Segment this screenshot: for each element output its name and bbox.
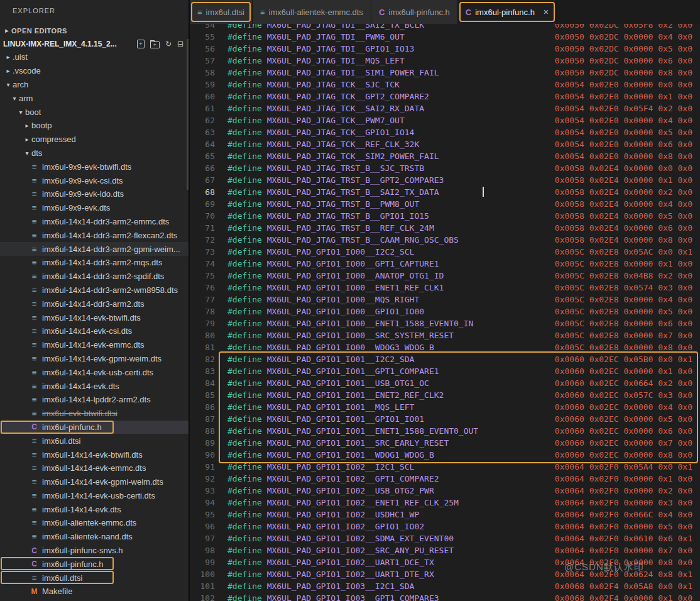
- code-line-101[interactable]: 101#define MX6UL_PAD_GPIO1_IO03__I2C1_SD…: [190, 580, 700, 592]
- tree-item-imx6ul.dtsi[interactable]: ≡imx6ul.dtsi: [0, 434, 189, 448]
- close-icon[interactable]: ×: [544, 7, 549, 17]
- tree-item-imx6ul-14x14-ddr3-arm2.dts[interactable]: ≡imx6ul-14x14-ddr3-arm2.dts: [0, 297, 189, 311]
- code-line-63[interactable]: 63#define MX6UL_PAD_JTAG_TCK__GPIO1_IO14…: [190, 126, 700, 138]
- project-header[interactable]: LINUX-IMX-REL_IMX_4.1.15_2... + + ↻ ⊟: [0, 37, 189, 51]
- code-line-89[interactable]: 89#define MX6UL_PAD_GPIO1_IO01__SRC_EARL…: [190, 437, 700, 449]
- code-line-91[interactable]: 91#define MX6UL_PAD_GPIO1_IO02__I2C1_SCL…: [190, 461, 700, 473]
- code-line-61[interactable]: 61#define MX6UL_PAD_JTAG_TCK__SAI2_RX_DA…: [190, 102, 700, 114]
- tree-item-imx6ul-14x14-ddr3-arm2-spdif.dts[interactable]: ≡imx6ul-14x14-ddr3-arm2-spdif.dts: [0, 270, 189, 284]
- code-line-102[interactable]: 102#define MX6UL_PAD_GPIO1_IO03__GPT1_CO…: [190, 592, 700, 601]
- tab-imx6ul-pinfunc.h[interactable]: Cimx6ul-pinfunc.h×: [458, 0, 557, 24]
- code-line-72[interactable]: 72#define MX6UL_PAD_JTAG_TRST_B__CAAM_RN…: [190, 234, 700, 246]
- code-line-79[interactable]: 79#define MX6UL_PAD_GPIO1_IO00__ENET1_15…: [190, 317, 700, 329]
- tree-item-imx6ull-alientek-nand.dts[interactable]: ≡imx6ull-alientek-nand.dts: [0, 530, 189, 544]
- code-line-99[interactable]: 99#define MX6UL_PAD_GPIO1_IO02__UART1_DC…: [190, 556, 700, 568]
- tree-item-boot[interactable]: ▾boot: [0, 105, 189, 119]
- code-line-66[interactable]: 66#define MX6UL_PAD_JTAG_TRST_B__SJC_TRS…: [190, 162, 700, 174]
- code-line-80[interactable]: 80#define MX6UL_PAD_GPIO1_IO00__SRC_SYST…: [190, 329, 700, 341]
- tree-item-imx6ull-14x14-evk-gpmi-weim.dts[interactable]: ≡imx6ull-14x14-evk-gpmi-weim.dts: [0, 475, 189, 489]
- tree-item-imx6ul-14x14-evk-emmc.dts[interactable]: ≡imx6ul-14x14-evk-emmc.dts: [0, 338, 189, 352]
- code-line-100[interactable]: 100#define MX6UL_PAD_GPIO1_IO02__UART1_D…: [190, 568, 700, 580]
- tab-imx6ull-pinfunc.h[interactable]: Cimx6ull-pinfunc.h: [371, 0, 458, 24]
- tree-item-imx6ull-14x14-evk-emmc.dts[interactable]: ≡imx6ull-14x14-evk-emmc.dts: [0, 461, 189, 475]
- tree-item-imx6ul-14x14-lpddr2-arm2.dts[interactable]: ≡imx6ul-14x14-lpddr2-arm2.dts: [0, 393, 189, 407]
- code-line-75[interactable]: 75#define MX6UL_PAD_GPIO1_IO00__ANATOP_O…: [190, 270, 700, 282]
- code-line-70[interactable]: 70#define MX6UL_PAD_JTAG_TRST_B__GPIO1_I…: [190, 210, 700, 222]
- code-line-81[interactable]: 81#define MX6UL_PAD_GPIO1_IO00__WDOG3_WD…: [190, 341, 700, 353]
- tree-item-imx6ull.dtsi[interactable]: ≡imx6ull.dtsi: [0, 571, 189, 585]
- tree-item-imx6ul-14x14-evk.dts[interactable]: ≡imx6ul-14x14-evk.dts: [0, 379, 189, 393]
- tree-item-bootp[interactable]: ▸bootp: [0, 119, 189, 133]
- tree-item-imx6ul-9x9-evk-btwifi.dts[interactable]: ≡imx6ul-9x9-evk-btwifi.dts: [0, 160, 189, 174]
- new-folder-icon[interactable]: +: [150, 41, 160, 48]
- code-line-78[interactable]: 78#define MX6UL_PAD_GPIO1_IO00__GPIO1_IO…: [190, 306, 700, 317]
- code-line-59[interactable]: 59#define MX6UL_PAD_JTAG_TCK__SJC_TCK0x0…: [190, 79, 700, 91]
- code-line-76[interactable]: 76#define MX6UL_PAD_GPIO1_IO00__ENET1_RE…: [190, 282, 700, 294]
- tree-item-imx6ul-14x14-ddr3-arm2-emmc.dts[interactable]: ≡imx6ul-14x14-ddr3-arm2-emmc.dts: [0, 215, 189, 229]
- tree-item-imx6ull-pinfunc.h[interactable]: Cimx6ull-pinfunc.h: [0, 557, 189, 571]
- code-line-94[interactable]: 94#define MX6UL_PAD_GPIO1_IO02__ENET1_RE…: [190, 497, 700, 509]
- tree-item-imx6ull-14x14-evk-usb-certi.dts[interactable]: ≡imx6ull-14x14-evk-usb-certi.dts: [0, 489, 189, 503]
- code-line-96[interactable]: 96#define MX6UL_PAD_GPIO1_IO02__GPIO1_IO…: [190, 521, 700, 532]
- code-line-77[interactable]: 77#define MX6UL_PAD_GPIO1_IO00__MQS_RIGH…: [190, 294, 700, 306]
- code-line-74[interactable]: 74#define MX6UL_PAD_GPIO1_IO00__GPT1_CAP…: [190, 258, 700, 270]
- code-line-97[interactable]: 97#define MX6UL_PAD_GPIO1_IO02__SDMA_EXT…: [190, 532, 700, 544]
- tree-item-compressed[interactable]: ▸compressed: [0, 133, 189, 146]
- tree-item-.uist[interactable]: ▸.uist: [0, 50, 189, 64]
- tree-item-Makefile[interactable]: MMakefile: [0, 585, 189, 598]
- tree-item-imx6ul-14x14-evk-gpmi-weim.dts[interactable]: ≡imx6ul-14x14-evk-gpmi-weim.dts: [0, 352, 189, 366]
- collapse-all-icon[interactable]: ⊟: [177, 40, 183, 48]
- code-line-84[interactable]: 84#define MX6UL_PAD_GPIO1_IO01__USB_OTG1…: [190, 377, 700, 389]
- tab-imx6ul.dtsi[interactable]: ≡imx6ul.dtsi: [190, 0, 253, 24]
- tree-item-imx6ul-evk-btwifi.dtsi[interactable]: ≡imx6ul-evk-btwifi.dtsi: [0, 407, 189, 421]
- open-editors-section[interactable]: ▸ OPEN EDITORS: [0, 24, 189, 37]
- code-line-93[interactable]: 93#define MX6UL_PAD_GPIO1_IO02__USB_OTG2…: [190, 485, 700, 497]
- tree-item-imx6ull-pinfunc-snvs.h[interactable]: Cimx6ull-pinfunc-snvs.h: [0, 544, 189, 558]
- code-line-90[interactable]: 90#define MX6UL_PAD_GPIO1_IO01__WDOG1_WD…: [190, 449, 700, 461]
- code-line-62[interactable]: 62#define MX6UL_PAD_JTAG_TCK__PWM7_OUT0x…: [190, 114, 700, 126]
- code-line-73[interactable]: 73#define MX6UL_PAD_GPIO1_IO00__I2C2_SCL…: [190, 246, 700, 258]
- tree-item-imx6ul-14x14-ddr3-arm2-flexcan2.dts[interactable]: ≡imx6ul-14x14-ddr3-arm2-flexcan2.dts: [0, 228, 189, 242]
- tree-item-imx6ul-pinfunc.h[interactable]: Cimx6ul-pinfunc.h: [0, 421, 189, 434]
- code-line-95[interactable]: 95#define MX6UL_PAD_GPIO1_IO02__USDHC1_W…: [190, 509, 700, 521]
- tree-item-imx6ul-14x14-ddr3-arm2-mqs.dts[interactable]: ≡imx6ul-14x14-ddr3-arm2-mqs.dts: [0, 256, 189, 270]
- tree-item-imx6ul-9x9-evk-csi.dts[interactable]: ≡imx6ul-9x9-evk-csi.dts: [0, 174, 189, 187]
- code-line-88[interactable]: 88#define MX6UL_PAD_GPIO1_IO01__ENET1_15…: [190, 425, 700, 437]
- tree-item-imx6ul-14x14-evk-btwifi.dts[interactable]: ≡imx6ul-14x14-evk-btwifi.dts: [0, 311, 189, 324]
- tree-item-dts[interactable]: ▾dts: [0, 146, 189, 160]
- tree-item-imx6ull-14x14-evk.dts[interactable]: ≡imx6ull-14x14-evk.dts: [0, 502, 189, 516]
- code-line-83[interactable]: 83#define MX6UL_PAD_GPIO1_IO01__GPT1_COM…: [190, 365, 700, 377]
- tree-item-imx6ul-9x9-evk.dts[interactable]: ≡imx6ul-9x9-evk.dts: [0, 201, 189, 215]
- code-line-92[interactable]: 92#define MX6UL_PAD_GPIO1_IO02__GPT1_COM…: [190, 473, 700, 485]
- code-line-69[interactable]: 69#define MX6UL_PAD_JTAG_TRST_B__PWM8_OU…: [190, 198, 700, 210]
- code-line-56[interactable]: 56#define MX6UL_PAD_JTAG_TDI__GPIO1_IO13…: [190, 43, 700, 55]
- tree-item-arm[interactable]: ▾arm: [0, 91, 189, 105]
- code-line-64[interactable]: 64#define MX6UL_PAD_JTAG_TCK__REF_CLK_32…: [190, 138, 700, 150]
- code-line-57[interactable]: 57#define MX6UL_PAD_JTAG_TDI__MQS_LEFT0x…: [190, 55, 700, 67]
- tree-item-arch[interactable]: ▾arch: [0, 78, 189, 92]
- code-line-71[interactable]: 71#define MX6UL_PAD_JTAG_TRST_B__REF_CLK…: [190, 222, 700, 234]
- tab-imx6ull-alientek-emmc.dts[interactable]: ≡imx6ull-alientek-emmc.dts: [253, 0, 371, 24]
- code-line-65[interactable]: 65#define MX6UL_PAD_JTAG_TCK__SIM2_POWER…: [190, 150, 700, 162]
- code-line-58[interactable]: 58#define MX6UL_PAD_JTAG_TDI__SIM1_POWER…: [190, 67, 700, 79]
- code-line-82[interactable]: 82#define MX6UL_PAD_GPIO1_IO01__I2C2_SDA…: [190, 353, 700, 365]
- code-line-60[interactable]: 60#define MX6UL_PAD_JTAG_TCK__GPT2_COMPA…: [190, 91, 700, 102]
- code-line-98[interactable]: 98#define MX6UL_PAD_GPIO1_IO02__SRC_ANY_…: [190, 544, 700, 556]
- code-line-55[interactable]: 55#define MX6UL_PAD_JTAG_TDI__PWM6_OUT0x…: [190, 31, 700, 43]
- tree-item-imx6ul-14x14-evk-usb-certi.dts[interactable]: ≡imx6ul-14x14-evk-usb-certi.dts: [0, 365, 189, 379]
- tree-item-imx6ul-14x14-evk-csi.dts[interactable]: ≡imx6ul-14x14-evk-csi.dts: [0, 324, 189, 338]
- code-area[interactable]: 54#define MX6UL_PAD_JTAG_TDI__SAI2_TX_BC…: [190, 24, 700, 601]
- tree-item-imx6ull-alientek-emmc.dts[interactable]: ≡imx6ull-alientek-emmc.dts: [0, 516, 189, 530]
- code-line-67[interactable]: 67#define MX6UL_PAD_JTAG_TRST_B__GPT2_CO…: [190, 174, 700, 186]
- tree-item-imx6ull-14x14-evk-btwifi.dts[interactable]: ≡imx6ull-14x14-evk-btwifi.dts: [0, 448, 189, 461]
- tree-item-imx6ul-14x14-ddr3-arm2-wm8958.dts[interactable]: ≡imx6ul-14x14-ddr3-arm2-wm8958.dts: [0, 284, 189, 297]
- code-line-87[interactable]: 87#define MX6UL_PAD_GPIO1_IO01__GPIO1_IO…: [190, 413, 700, 425]
- refresh-icon[interactable]: ↻: [165, 40, 172, 48]
- code-line-54[interactable]: 54#define MX6UL_PAD_JTAG_TDI__SAI2_TX_BC…: [190, 24, 700, 31]
- code-line-68[interactable]: 68#define MX6UL_PAD_JTAG_TRST_B__SAI2_TX…: [190, 186, 700, 198]
- new-file-icon[interactable]: +: [137, 40, 145, 48]
- code-line-85[interactable]: 85#define MX6UL_PAD_GPIO1_IO01__ENET2_RE…: [190, 389, 700, 401]
- code-line-86[interactable]: 86#define MX6UL_PAD_GPIO1_IO01__MQS_LEFT…: [190, 401, 700, 413]
- tree-item-imx6ul-14x14-ddr3-arm2-gpmi-weim...[interactable]: ≡imx6ul-14x14-ddr3-arm2-gpmi-weim...: [0, 242, 189, 256]
- tree-item-.vscode[interactable]: ▸.vscode: [0, 64, 189, 78]
